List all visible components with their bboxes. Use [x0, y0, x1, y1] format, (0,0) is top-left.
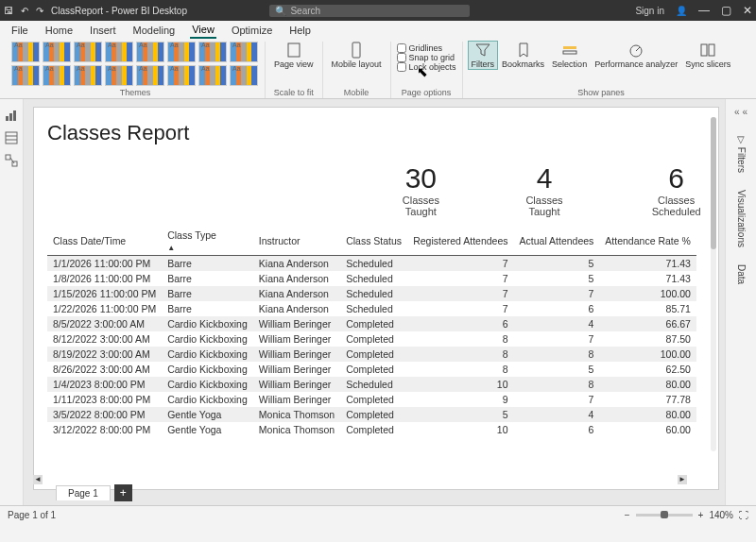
- filters-button[interactable]: Filters: [469, 42, 498, 69]
- theme-swatch[interactable]: [74, 65, 102, 86]
- col-status[interactable]: Class Status: [340, 227, 407, 256]
- theme-swatch[interactable]: [230, 42, 258, 62]
- selection-button[interactable]: Selection: [549, 42, 590, 69]
- table-row[interactable]: 8/26/2022 3:00:00 AMCardio KickboxingWil…: [47, 362, 696, 377]
- table-row[interactable]: 1/4/2023 8:00:00 PMCardio KickboxingWill…: [47, 377, 696, 392]
- lock-checkbox[interactable]: Lock objects: [397, 62, 456, 72]
- theme-swatch[interactable]: [198, 42, 227, 62]
- theme-swatch[interactable]: [198, 65, 227, 86]
- zoom-out-button[interactable]: −: [625, 510, 630, 520]
- theme-swatch[interactable]: [11, 65, 40, 86]
- col-actual[interactable]: Actual Attendees: [514, 227, 600, 256]
- card-value: 30: [387, 162, 455, 195]
- visualizations-pane-tab[interactable]: Visualizations: [736, 190, 747, 247]
- col-instructor[interactable]: Instructor: [253, 227, 340, 256]
- table-row[interactable]: 3/12/2022 8:00:00 PMGentle YogaMonica Th…: [47, 422, 696, 437]
- ribbon-label-pageopts: Page options: [402, 88, 452, 98]
- theme-swatch[interactable]: [136, 42, 164, 62]
- table-row[interactable]: 1/22/2026 11:00:00 PMBarreKiana Anderson…: [47, 301, 696, 316]
- theme-swatch[interactable]: [167, 42, 196, 62]
- filters-pane-tab[interactable]: ▽ Filters: [736, 134, 747, 173]
- bookmarks-button[interactable]: Bookmarks: [499, 42, 547, 69]
- minimize-button[interactable]: —: [698, 4, 710, 17]
- report-canvas[interactable]: Classes Report 30 Classes Taught 4 Class…: [33, 107, 719, 490]
- card-label: Classes Taught: [511, 195, 578, 217]
- chevrons-icon[interactable]: « «: [734, 107, 747, 117]
- menu-file[interactable]: File: [9, 23, 30, 38]
- search-box[interactable]: 🔍 Search: [269, 5, 470, 17]
- maximize-button[interactable]: ▢: [721, 4, 731, 17]
- table-row[interactable]: 3/5/2022 8:00:00 PMGentle YogaMonica Tho…: [47, 407, 696, 422]
- cell-dt: 1/4/2023 8:00:00 PM: [47, 377, 162, 392]
- table-row[interactable]: 8/19/2022 3:00:00 AMCardio KickboxingWil…: [47, 347, 696, 362]
- table-row[interactable]: 1/15/2026 11:00:00 PMBarreKiana Anderson…: [47, 286, 696, 301]
- cell-act: 7: [514, 392, 600, 407]
- redo-icon[interactable]: ↷: [36, 6, 43, 16]
- gridlines-checkbox[interactable]: Gridlines: [397, 43, 456, 53]
- cell-instr: William Beringer: [253, 377, 340, 392]
- user-icon[interactable]: 👤: [676, 6, 687, 16]
- table-row[interactable]: 8/5/2022 3:00:00 AMCardio KickboxingWill…: [47, 316, 696, 331]
- fit-page-icon[interactable]: ⛶: [739, 510, 748, 520]
- snap-checkbox[interactable]: Snap to grid: [397, 53, 456, 62]
- vscroll-thumb[interactable]: [711, 117, 716, 249]
- signin-link[interactable]: Sign in: [635, 6, 664, 16]
- theme-swatch[interactable]: [105, 42, 133, 62]
- gauge-icon: [627, 42, 644, 59]
- table-row[interactable]: 1/8/2026 11:00:00 PMBarreKiana AndersonS…: [47, 271, 696, 286]
- zoom-slider[interactable]: [636, 514, 693, 517]
- model-view-icon[interactable]: [5, 154, 18, 167]
- col-registered[interactable]: Registered Attendees: [407, 227, 513, 256]
- hscroll-left-icon[interactable]: ◄: [33, 475, 43, 484]
- page-view-button[interactable]: Page view: [271, 42, 317, 69]
- table-row[interactable]: 8/12/2022 3:00:00 AMCardio KickboxingWil…: [47, 331, 696, 347]
- theme-swatch[interactable]: [105, 65, 133, 86]
- table-row[interactable]: 1/11/2023 8:00:00 PMCardio KickboxingWil…: [47, 392, 696, 407]
- svg-rect-0: [288, 43, 300, 57]
- menu-modeling[interactable]: Modeling: [131, 23, 178, 38]
- theme-swatch[interactable]: [230, 65, 258, 86]
- hscroll-right-icon[interactable]: ►: [678, 475, 687, 484]
- theme-swatch[interactable]: [167, 65, 196, 86]
- menu-help[interactable]: Help: [287, 23, 313, 38]
- status-bar: Page 1 of 1 − + 140% ⛶: [0, 505, 756, 523]
- ribbon-label-mobile: Mobile: [344, 88, 369, 98]
- menu-home[interactable]: Home: [43, 23, 75, 38]
- theme-swatch[interactable]: [43, 42, 71, 62]
- cell-instr: Kiana Anderson: [253, 271, 340, 286]
- data-pane-tab[interactable]: Data: [736, 264, 747, 284]
- theme-swatch[interactable]: [74, 42, 102, 62]
- performance-button[interactable]: Performance analyzer: [592, 42, 680, 69]
- sync-slicers-button[interactable]: Sync slicers: [682, 42, 733, 69]
- cell-act: 4: [514, 407, 600, 422]
- add-page-button[interactable]: +: [114, 484, 132, 501]
- page-tab-1[interactable]: Page 1: [56, 485, 111, 500]
- col-datetime[interactable]: Class Date/Time: [47, 227, 162, 256]
- funnel-icon: [474, 42, 491, 59]
- table-row[interactable]: 1/1/2026 11:00:00 PMBarreKiana AndersonS…: [47, 256, 696, 272]
- hscroll[interactable]: ◄ ►: [33, 475, 687, 484]
- theme-swatch[interactable]: [43, 65, 71, 86]
- mobile-layout-button[interactable]: Mobile layout: [329, 42, 385, 69]
- app-title: ClassReport - Power BI Desktop: [51, 6, 187, 16]
- classes-table[interactable]: Class Date/Time Class Type▲ Instructor C…: [47, 227, 696, 437]
- data-view-icon[interactable]: [5, 131, 18, 144]
- col-rate[interactable]: Attendance Rate %: [599, 227, 696, 256]
- undo-icon[interactable]: ↶: [21, 6, 28, 16]
- cell-instr: Kiana Anderson: [253, 286, 340, 301]
- menu-view[interactable]: View: [190, 22, 216, 39]
- report-view-icon[interactable]: [5, 109, 18, 122]
- theme-swatch[interactable]: [11, 42, 40, 62]
- col-type[interactable]: Class Type▲: [162, 227, 253, 256]
- cell-status: Completed: [340, 347, 407, 362]
- menu-optimize[interactable]: Optimize: [230, 23, 274, 38]
- theme-swatch[interactable]: [136, 65, 164, 86]
- cell-act: 7: [514, 331, 600, 347]
- save-icon[interactable]: 🖫: [4, 6, 13, 16]
- menu-insert[interactable]: Insert: [88, 23, 118, 38]
- zoom-in-button[interactable]: +: [698, 510, 704, 520]
- cell-rate: 100.00: [599, 286, 696, 301]
- ribbon-group-pageoptions: Gridlines Snap to grid Lock objects Page…: [391, 42, 463, 98]
- close-button[interactable]: ✕: [743, 4, 752, 17]
- zoom-thumb[interactable]: [661, 511, 668, 518]
